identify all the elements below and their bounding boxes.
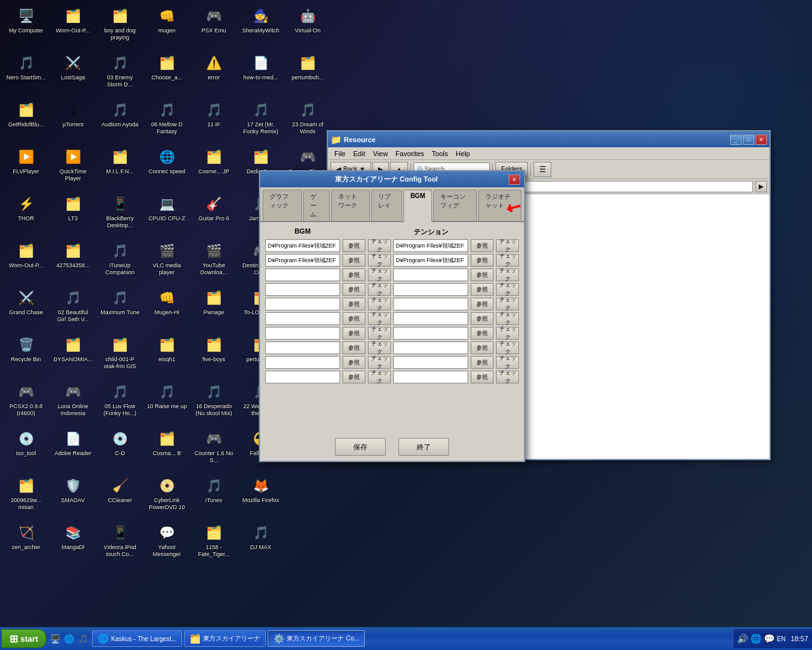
tension-browse-btn-0[interactable]: 参照 bbox=[471, 239, 494, 252]
bgm-check-btn-1[interactable]: チェック bbox=[368, 254, 391, 267]
systray-im-icon[interactable]: 💬 bbox=[764, 633, 775, 644]
desktop-icon-2009629w[interactable]: 🗂️ 2009629w... misan bbox=[3, 473, 49, 519]
config-dialog[interactable]: 東方スカイアリーナ Config Tool ✕ グラフィックゲームネットワークリ… bbox=[259, 170, 525, 462]
desktop-icon-luna-online[interactable]: 🎮 Luna Online Indonesia bbox=[50, 379, 96, 425]
tension-browse-btn-8[interactable]: 参照 bbox=[471, 356, 494, 369]
desktop-icon-quicktime[interactable]: ▶️ QuickTime Player bbox=[50, 144, 96, 190]
tension-check-btn-3[interactable]: チェック bbox=[496, 283, 519, 296]
desktop-icon-06-mellow[interactable]: 🎵 06 Mellow D Fantasy bbox=[144, 97, 190, 143]
desktop-icon-11-if[interactable]: 🎵 11 IF bbox=[191, 97, 237, 143]
desktop-icon-worn-out-p2[interactable]: 🗂️ Worn-Out-P... bbox=[50, 3, 96, 49]
bgm-input-4[interactable] bbox=[265, 298, 340, 310]
desktop-icon-17-zet[interactable]: 🎵 17 Zet (Mr. Funky Remix) bbox=[238, 97, 284, 143]
tab-ネットワーク[interactable]: ネットワーク bbox=[331, 190, 370, 221]
tab-ラジオチャット[interactable]: ラジオチャット bbox=[478, 190, 521, 221]
desktop-icon-utorrent[interactable]: ↓ µTorrent bbox=[50, 97, 96, 143]
tension-check-btn-5[interactable]: チェック bbox=[496, 312, 519, 325]
menu-help[interactable]: Help bbox=[452, 149, 474, 159]
desktop-icon-videora[interactable]: 📱 Videora iPod touch Co... bbox=[97, 520, 143, 566]
quicklaunch-media[interactable]: 🎵 bbox=[77, 632, 89, 645]
desktop-icon-03-enemy[interactable]: 🎵 03 Enemy Storm D... bbox=[97, 50, 143, 96]
bgm-browse-btn-7[interactable]: 参照 bbox=[343, 342, 365, 354]
bgm-browse-btn-5[interactable]: 参照 bbox=[343, 312, 365, 325]
desktop-icon-pertumbuhan2[interactable]: 🗂️ pertumbuh... bbox=[285, 50, 331, 96]
bgm-check-btn-5[interactable]: チェック bbox=[368, 312, 391, 325]
config-exit-btn[interactable]: 終了 bbox=[398, 438, 449, 456]
bgm-input-7[interactable] bbox=[265, 342, 340, 354]
desktop-icon-choose-a[interactable]: 🗂️ Choose_a... bbox=[144, 50, 190, 96]
tension-input-9[interactable] bbox=[393, 371, 468, 383]
desktop-icon-error[interactable]: ⚠️ error bbox=[191, 50, 237, 96]
desktop-icon-yahoo[interactable]: 💬 Yahoo! Messenger bbox=[144, 520, 190, 566]
desktop-icon-my-computer[interactable]: 🖥️ My Computer bbox=[3, 3, 49, 49]
desktop-icon-05-luv[interactable]: 🎵 05 Luv Flow (Funky Ho...) bbox=[97, 379, 143, 425]
bgm-browse-btn-9[interactable]: 参照 bbox=[343, 371, 365, 383]
tension-check-btn-1[interactable]: チェック bbox=[496, 254, 519, 267]
desktop-icon-dysanomia[interactable]: 🗂️ DYSANOMIA... bbox=[50, 332, 96, 378]
bgm-check-btn-8[interactable]: チェック bbox=[368, 356, 391, 369]
desktop-icon-worn-out-p[interactable]: 🗂️ Worn-Out-P... bbox=[3, 238, 49, 284]
desktop-icon-02-beautiful[interactable]: 🎵 02 Beautiful Girl Seth V... bbox=[50, 285, 96, 331]
desktop-icon-23-dream[interactable]: 🎵 23 Dream of Winds bbox=[285, 97, 331, 143]
tab-グラフィック[interactable]: グラフィック bbox=[263, 190, 302, 221]
desktop-icon-guitar-pro[interactable]: 🎸 Guitar Pro 6 bbox=[191, 191, 237, 237]
bgm-check-btn-9[interactable]: チェック bbox=[368, 371, 391, 383]
tension-browse-btn-3[interactable]: 参照 bbox=[471, 283, 494, 296]
desktop-icon-10-raise[interactable]: 🎵 10 Raise me up bbox=[144, 379, 190, 425]
tension-check-btn-9[interactable]: チェック bbox=[496, 371, 519, 383]
menu-favorites[interactable]: Favorites bbox=[391, 149, 428, 159]
bgm-input-8[interactable] bbox=[265, 356, 340, 369]
desktop-icon-lost-saga[interactable]: ⚔️ LostSaga bbox=[50, 50, 96, 96]
desktop-icon-counter[interactable]: 🎮 Counter 1.6 No S... bbox=[191, 426, 237, 472]
desktop-icon-audium[interactable]: 🎵 Audium Ayoda bbox=[97, 97, 143, 143]
desktop-icon-getridofblu[interactable]: 🗂️ GetRidofBlu... bbox=[3, 97, 49, 143]
tension-browse-btn-9[interactable]: 参照 bbox=[471, 371, 494, 383]
start-button[interactable]: ⊞ start bbox=[1, 629, 46, 648]
desktop-icon-blackberry[interactable]: 📱 BlackBerry Desktop... bbox=[97, 191, 143, 237]
bgm-browse-btn-6[interactable]: 参照 bbox=[343, 327, 365, 340]
tension-input-5[interactable] bbox=[393, 312, 468, 325]
tab-ゲーム[interactable]: ゲーム bbox=[303, 190, 330, 221]
desktop-icon-1158[interactable]: 🗂️ 1158 - Fate_Tiger... bbox=[191, 520, 237, 566]
tension-browse-btn-7[interactable]: 参照 bbox=[471, 342, 494, 354]
desktop-icon-virtual-on[interactable]: 🤖 Virtual-On bbox=[285, 3, 331, 49]
menu-view[interactable]: View bbox=[369, 149, 392, 159]
desktop-icon-mangadl[interactable]: 📚 MangaDl bbox=[50, 520, 96, 566]
desktop-icon-zen-archer[interactable]: 🏹 zen_archer bbox=[3, 520, 49, 566]
menu-file[interactable]: File bbox=[331, 149, 350, 159]
tension-input-1[interactable] bbox=[393, 254, 468, 267]
tension-browse-btn-6[interactable]: 参照 bbox=[471, 327, 494, 340]
tension-input-4[interactable] bbox=[393, 298, 468, 310]
desktop-icon-pcsx2[interactable]: 🎮 PCSX2 0.9.8 (r4600) bbox=[3, 379, 49, 425]
bgm-input-6[interactable] bbox=[265, 327, 340, 340]
bgm-input-0[interactable] bbox=[265, 239, 340, 252]
tension-check-btn-4[interactable]: チェック bbox=[496, 298, 519, 310]
bgm-check-btn-2[interactable]: チェック bbox=[368, 269, 391, 281]
tension-check-btn-6[interactable]: チェック bbox=[496, 327, 519, 340]
desktop-icon-pwnage[interactable]: 🗂️ Pwnage bbox=[191, 285, 237, 331]
desktop-icon-thor[interactable]: ⚡ THOR bbox=[3, 191, 49, 237]
bgm-input-3[interactable] bbox=[265, 283, 340, 296]
taskbar-item-kaskus---the-largest[interactable]: 🌐 Kaskus - The Largest... bbox=[92, 630, 182, 647]
tension-browse-btn-2[interactable]: 参照 bbox=[471, 269, 494, 281]
desktop-icon-ituneup[interactable]: 🎵 iTuneUp Companion bbox=[97, 238, 143, 284]
tension-input-0[interactable] bbox=[393, 239, 468, 252]
bgm-browse-btn-4[interactable]: 参照 bbox=[343, 298, 365, 310]
tension-input-3[interactable] bbox=[393, 283, 468, 296]
desktop-icon-mozilla-ff[interactable]: 🦊 Mozilla Firefox bbox=[238, 473, 284, 519]
explorer-close-btn[interactable]: ✕ bbox=[756, 135, 767, 145]
quicklaunch-ie[interactable]: 🌐 bbox=[63, 632, 75, 645]
tension-check-btn-7[interactable]: チェック bbox=[496, 342, 519, 354]
toolbar-view-btn[interactable]: ☰ bbox=[534, 162, 551, 177]
desktop-icon-flvplayer[interactable]: ▶️ FLVPlayer bbox=[3, 144, 49, 190]
config-save-btn[interactable]: 保存 bbox=[335, 438, 386, 456]
desktop-icon-maximum-tune[interactable]: 🎵 Maximum Tune bbox=[97, 285, 143, 331]
tension-input-7[interactable] bbox=[393, 342, 468, 354]
explorer-minimize-btn[interactable]: _ bbox=[730, 135, 742, 145]
desktop-icon-cosme-jp[interactable]: 🗂️ Cosme... JP bbox=[191, 144, 237, 190]
desktop-icon-milfn[interactable]: 🗂️ M.I.L.F.N... bbox=[97, 144, 143, 190]
menu-tools[interactable]: Tools bbox=[428, 149, 452, 159]
desktop-icon-how-to-med[interactable]: 📄 how-to-med... bbox=[238, 50, 284, 96]
desktop-icon-recycle-bin[interactable]: 🗑️ Recycle Bin bbox=[3, 332, 49, 378]
tab-BGM[interactable]: BGM bbox=[403, 190, 432, 222]
